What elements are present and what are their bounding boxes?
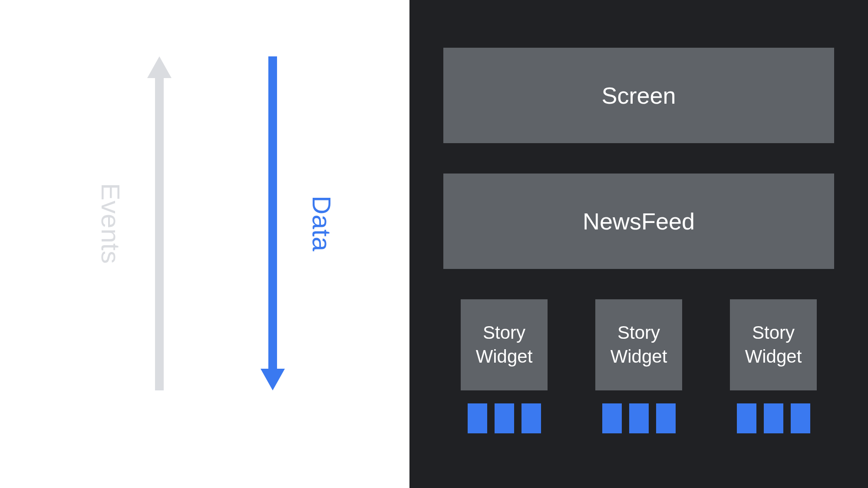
events-arrow-group: Events: [96, 56, 172, 390]
widget-group: Story Widget: [713, 299, 834, 433]
widget-group: Story Widget: [578, 299, 700, 433]
story-widget-box: Story Widget: [595, 299, 682, 390]
pip: [764, 403, 783, 433]
pip: [521, 403, 541, 433]
arrow-down-icon: [260, 56, 286, 390]
pip: [737, 403, 756, 433]
pip: [629, 403, 649, 433]
widget-group: Story Widget: [443, 299, 565, 433]
screen-box: Screen: [443, 48, 834, 143]
left-panel: Events Data: [0, 0, 409, 488]
newsfeed-label: NewsFeed: [583, 208, 695, 235]
story-widget-box: Story Widget: [730, 299, 817, 390]
story-widget-box: Story Widget: [461, 299, 548, 390]
screen-label: Screen: [601, 82, 676, 109]
events-label: Events: [96, 183, 125, 264]
widget-label: Story Widget: [476, 321, 533, 368]
pip: [656, 403, 676, 433]
pip: [791, 403, 810, 433]
pip: [602, 403, 622, 433]
pips-row: [602, 403, 676, 433]
data-arrow-group: Data: [260, 56, 337, 390]
widget-row: Story Widget Story Widget Story Widget: [443, 299, 834, 433]
pips-row: [737, 403, 810, 433]
right-panel: Screen NewsFeed Story Widget Story Widge…: [409, 0, 868, 488]
widget-label: Story Widget: [745, 321, 802, 368]
pip: [468, 403, 487, 433]
pip: [495, 403, 514, 433]
data-label: Data: [307, 196, 337, 252]
arrow-up-icon: [146, 56, 172, 390]
widget-label: Story Widget: [611, 321, 667, 368]
newsfeed-box: NewsFeed: [443, 174, 834, 269]
pips-row: [468, 403, 541, 433]
